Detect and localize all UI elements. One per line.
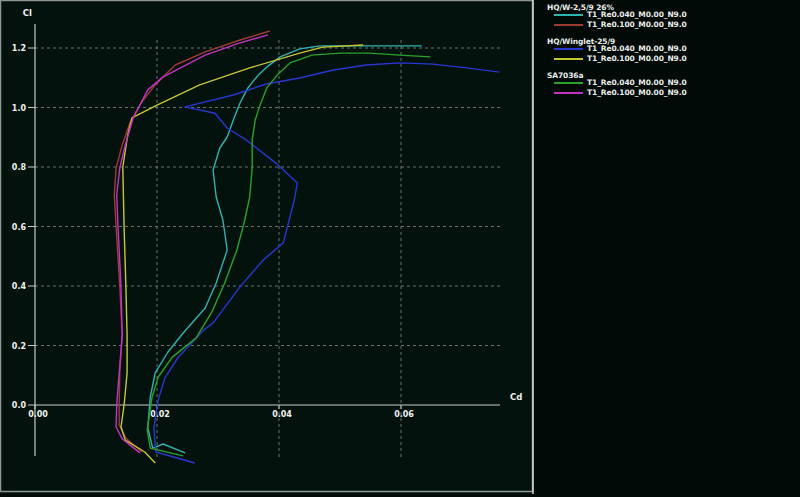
legend-entry-label: T1_Re0.100_M0.00_N9.0 — [587, 20, 687, 29]
legend-entry[interactable]: T1_Re0.100_M0.00_N9.0 — [536, 20, 800, 30]
polar-plot-canvas: 0.00.20.40.60.81.01.20.000.020.040.06ClC… — [0, 0, 534, 494]
y-tick-label-1.0: 1.0 — [12, 104, 27, 113]
x-tick-label-0.02: 0.02 — [150, 410, 170, 419]
legend-entry-label: T1_Re0.100_M0.00_N9.0 — [587, 54, 687, 63]
legend-color-swatch — [554, 58, 583, 60]
legend-color-swatch — [554, 24, 583, 26]
plot-background — [0, 0, 534, 494]
legend-entry[interactable]: T1_Re0.040_M0.00_N9.0 — [536, 10, 800, 20]
y-tick-label-0.2: 0.2 — [12, 342, 26, 351]
x-tick-label-0.00: 0.00 — [28, 410, 48, 419]
y-tick-label-0.4: 0.4 — [12, 282, 27, 291]
legend-entry-label: T1_Re0.100_M0.00_N9.0 — [587, 88, 687, 97]
x-axis-label: Cd — [510, 392, 522, 402]
legend-color-swatch — [554, 14, 583, 16]
y-axis-label: Cl — [23, 8, 32, 18]
legend-entry-label: T1_Re0.040_M0.00_N9.0 — [587, 78, 687, 87]
legend-color-swatch — [554, 48, 583, 50]
x-tick-label-0.06: 0.06 — [394, 410, 414, 419]
legend-entry-label: T1_Re0.040_M0.00_N9.0 — [587, 44, 687, 53]
y-tick-label-1.2: 1.2 — [12, 44, 26, 53]
legend-color-swatch — [554, 82, 583, 84]
legend-color-swatch — [554, 92, 583, 94]
legend-entry[interactable]: T1_Re0.040_M0.00_N9.0 — [536, 44, 800, 54]
legend-panel: HQ/W-2,5/9 26%T1_Re0.040_M0.00_N9.0T1_Re… — [536, 0, 800, 497]
legend-entry-label: T1_Re0.040_M0.00_N9.0 — [587, 10, 687, 19]
y-tick-label-0.8: 0.8 — [12, 163, 27, 172]
legend-entry[interactable]: T1_Re0.100_M0.00_N9.0 — [536, 88, 800, 98]
legend-entry[interactable]: T1_Re0.100_M0.00_N9.0 — [536, 54, 800, 64]
legend-entry[interactable]: T1_Re0.040_M0.00_N9.0 — [536, 78, 800, 88]
y-tick-label-0.0: 0.0 — [12, 401, 27, 410]
x-tick-label-0.04: 0.04 — [272, 410, 292, 419]
y-tick-label-0.6: 0.6 — [12, 223, 27, 232]
polar-plot-panel: 0.00.20.40.60.81.01.20.000.020.040.06ClC… — [0, 0, 534, 494]
